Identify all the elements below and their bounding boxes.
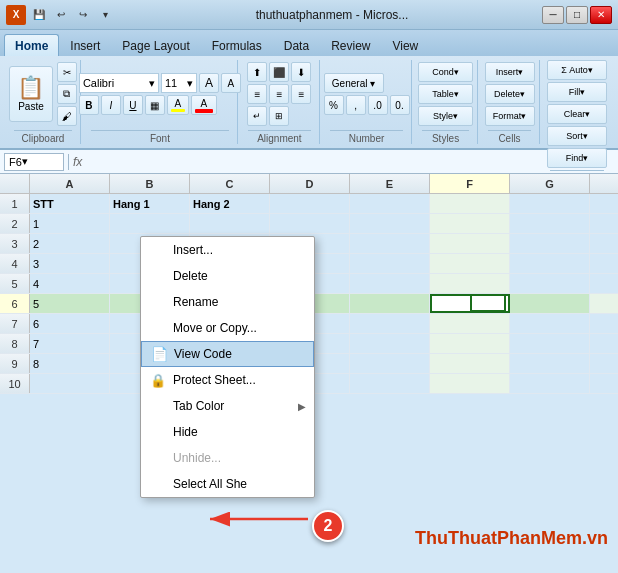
cell-e4[interactable] [350,254,430,273]
cell-f9[interactable] [430,354,510,373]
qat-dropdown[interactable]: ▾ [96,6,114,24]
sort-filter-btn[interactable]: Sort▾ [547,126,607,146]
underline-button[interactable]: U [123,95,143,115]
menu-move-copy[interactable]: Move or Copy... [141,315,314,341]
tab-view[interactable]: View [381,34,429,56]
font-size-box[interactable]: 11▾ [161,73,197,93]
delete-cells-btn[interactable]: Delete▾ [485,84,535,104]
cell-a2[interactable]: 1 [30,214,110,233]
cell-f7[interactable] [430,314,510,333]
align-right-btn[interactable]: ≡ [291,84,311,104]
maximize-button[interactable]: □ [566,6,588,24]
tab-page-layout[interactable]: Page Layout [111,34,200,56]
tab-insert[interactable]: Insert [59,34,111,56]
cell-g8[interactable] [510,334,590,353]
cut-button[interactable]: ✂ [57,62,77,82]
font-shrink-btn[interactable]: A [221,73,241,93]
merge-btn[interactable]: ⊞ [269,106,289,126]
close-button[interactable]: ✕ [590,6,612,24]
align-top-btn[interactable]: ⬆ [247,62,267,82]
cell-b1[interactable]: Hang 1 [110,194,190,213]
font-grow-btn[interactable]: A [199,73,219,93]
undo-btn[interactable]: ↩ [52,6,70,24]
menu-hide[interactable]: Hide [141,419,314,445]
cell-c1[interactable]: Hang 2 [190,194,270,213]
comma-btn[interactable]: , [346,95,366,115]
cell-a10[interactable] [30,374,110,393]
cell-d2[interactable] [270,214,350,233]
fill-btn[interactable]: Fill▾ [547,82,607,102]
cell-c2[interactable] [190,214,270,233]
cell-g4[interactable] [510,254,590,273]
col-header-f[interactable]: F [430,174,510,193]
align-center-btn[interactable]: ≡ [269,84,289,104]
copy-button[interactable]: ⧉ [57,84,77,104]
wrap-text-btn[interactable]: ↵ [247,106,267,126]
cell-e1[interactable] [350,194,430,213]
cell-a8[interactable]: 7 [30,334,110,353]
dec-increase-btn[interactable]: .0 [368,95,388,115]
cell-g9[interactable] [510,354,590,373]
border-button[interactable]: ▦ [145,95,165,115]
formula-input[interactable] [86,153,614,171]
minimize-button[interactable]: ─ [542,6,564,24]
tab-formulas[interactable]: Formulas [201,34,273,56]
col-header-d[interactable]: D [270,174,350,193]
paste-button[interactable]: 📋 Paste [9,66,53,122]
align-mid-btn[interactable]: ⬛ [269,62,289,82]
cond-format-btn[interactable]: Cond▾ [418,62,473,82]
cell-a3[interactable]: 2 [30,234,110,253]
cell-reference-box[interactable]: F6 ▾ [4,153,64,171]
cell-f1[interactable] [430,194,510,213]
cell-a5[interactable]: 4 [30,274,110,293]
menu-rename[interactable]: Rename [141,289,314,315]
cell-f10[interactable] [430,374,510,393]
cell-f6[interactable] [430,294,510,313]
align-left-btn[interactable]: ≡ [247,84,267,104]
cell-g1[interactable] [510,194,590,213]
save-quick-btn[interactable]: 💾 [30,6,48,24]
menu-protect-sheet[interactable]: 🔒 Protect Sheet... [141,367,314,393]
cell-b2[interactable] [110,214,190,233]
autosum-btn[interactable]: Σ Auto▾ [547,60,607,80]
cell-e7[interactable] [350,314,430,333]
percent-btn[interactable]: % [324,95,344,115]
cell-f3[interactable] [430,234,510,253]
cell-d1[interactable] [270,194,350,213]
fill-color-button[interactable]: A [167,95,189,115]
cell-g7[interactable] [510,314,590,333]
cell-a1[interactable]: STT [30,194,110,213]
cell-style-btn[interactable]: Style▾ [418,106,473,126]
cell-f4[interactable] [430,254,510,273]
cell-g6[interactable] [510,294,590,313]
align-bot-btn[interactable]: ⬇ [291,62,311,82]
font-name-box[interactable]: Calibri▾ [79,73,159,93]
tab-home[interactable]: Home [4,34,59,56]
menu-view-code[interactable]: 📄 View Code [141,341,314,367]
col-header-c[interactable]: C [190,174,270,193]
cell-f8[interactable] [430,334,510,353]
font-color-button[interactable]: A [191,95,217,115]
redo-btn[interactable]: ↪ [74,6,92,24]
format-table-btn[interactable]: Table▾ [418,84,473,104]
tab-review[interactable]: Review [320,34,381,56]
cell-e3[interactable] [350,234,430,253]
format-cells-btn[interactable]: Format▾ [485,106,535,126]
cell-e6[interactable] [350,294,430,313]
cell-g2[interactable] [510,214,590,233]
col-header-e[interactable]: E [350,174,430,193]
col-header-g[interactable]: G [510,174,590,193]
italic-button[interactable]: I [101,95,121,115]
menu-select-all-sheets[interactable]: Select All She [141,471,314,497]
cell-a6[interactable]: 5 [30,294,110,313]
cell-e5[interactable] [350,274,430,293]
cell-e10[interactable] [350,374,430,393]
dec-decrease-btn[interactable]: 0. [390,95,410,115]
insert-cells-btn[interactable]: Insert▾ [485,62,535,82]
menu-delete[interactable]: Delete [141,263,314,289]
cell-e9[interactable] [350,354,430,373]
cell-a7[interactable]: 6 [30,314,110,333]
cell-e8[interactable] [350,334,430,353]
tab-data[interactable]: Data [273,34,320,56]
format-painter-button[interactable]: 🖌 [57,106,77,126]
